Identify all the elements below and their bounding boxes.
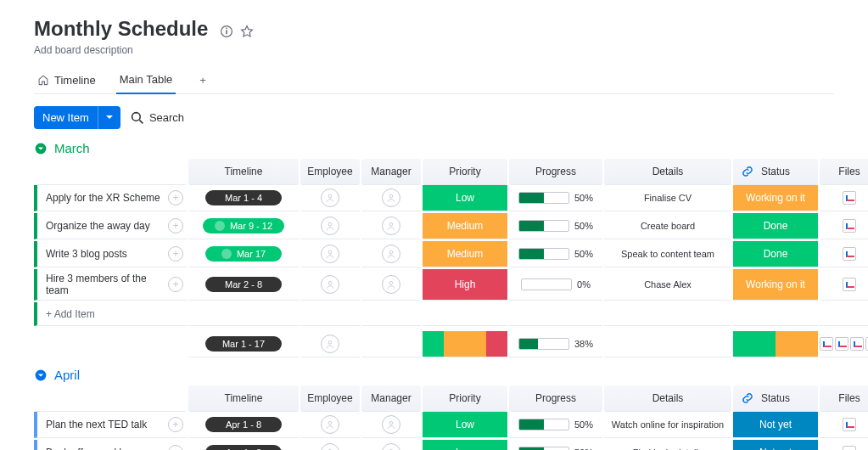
priority-cell[interactable]: Medium	[423, 241, 507, 267]
details-cell[interactable]: Watch online for inspiration	[604, 412, 731, 438]
search-button[interactable]: Search	[131, 111, 184, 125]
status-cell[interactable]: Working on it	[733, 185, 818, 211]
files-cell[interactable]	[820, 213, 868, 239]
group-title[interactable]: March	[54, 141, 90, 155]
item-name-cell[interactable]: Write 3 blog posts +	[34, 241, 187, 267]
progress-cell[interactable]: 50%	[509, 440, 602, 450]
file-icon[interactable]	[843, 247, 856, 261]
priority-cell[interactable]: High	[423, 269, 507, 301]
add-subitem-button[interactable]: +	[168, 218, 183, 233]
group-title[interactable]: April	[54, 368, 80, 382]
status-cell[interactable]: Done	[733, 213, 818, 239]
manager-cell[interactable]	[361, 241, 421, 267]
status-cell[interactable]: Done	[733, 241, 818, 267]
priority-cell[interactable]: Low	[423, 412, 507, 438]
file-icon[interactable]	[843, 418, 856, 431]
item-name-cell[interactable]: Hire 3 members of the team +	[34, 269, 187, 301]
item-name-cell[interactable]: Organize the away day +	[34, 213, 187, 239]
manager-avatar[interactable]	[382, 443, 400, 450]
employee-cell[interactable]	[300, 412, 360, 438]
employee-avatar[interactable]	[321, 188, 339, 207]
timeline-cell[interactable]: Apr 4 - 8	[188, 440, 299, 450]
progress-cell[interactable]: 50%	[509, 213, 602, 239]
collapse-icon[interactable]	[34, 368, 48, 382]
status-cell[interactable]: Not yet	[733, 440, 818, 450]
col-header-employee[interactable]: Employee	[300, 385, 360, 412]
tab-main-table[interactable]: Main Table	[116, 66, 176, 94]
progress-cell[interactable]: 50%	[509, 412, 602, 438]
employee-cell[interactable]	[300, 213, 360, 239]
manager-avatar[interactable]	[382, 188, 400, 207]
add-subitem-button[interactable]: +	[168, 246, 183, 262]
item-name-cell[interactable]: Plan the next TED talk +	[34, 412, 187, 438]
board-subtitle[interactable]: Add board description	[34, 44, 834, 56]
employee-avatar[interactable]	[321, 415, 339, 434]
file-icon[interactable]	[843, 278, 856, 291]
details-cell[interactable]: Create board	[604, 213, 731, 239]
collapse-icon[interactable]	[34, 142, 48, 155]
timeline-cell[interactable]: Apr 1 - 8	[188, 412, 299, 438]
progress-cell[interactable]: 0%	[509, 269, 602, 301]
col-header-status[interactable]: Status	[733, 159, 818, 185]
employee-avatar[interactable]	[321, 245, 339, 263]
col-header-progress[interactable]: Progress	[509, 385, 602, 412]
new-item-button[interactable]: New Item	[34, 106, 120, 129]
col-header-files[interactable]: Files	[820, 385, 868, 412]
item-name-cell[interactable]: Apply for the XR Scheme +	[34, 185, 187, 211]
file-icon[interactable]	[835, 337, 848, 351]
new-item-caret[interactable]	[98, 106, 120, 129]
col-header-employee[interactable]: Employee	[300, 159, 360, 185]
star-icon[interactable]	[240, 25, 254, 41]
priority-cell[interactable]: Low	[423, 440, 507, 450]
summary-avatar[interactable]	[321, 335, 339, 353]
manager-cell[interactable]	[361, 412, 421, 438]
col-header-priority[interactable]: Priority	[423, 159, 507, 185]
manager-avatar[interactable]	[382, 415, 400, 434]
col-header-manager[interactable]: Manager	[361, 159, 421, 185]
timeline-cell[interactable]: Mar 1 - 4	[188, 185, 299, 211]
manager-avatar[interactable]	[382, 217, 400, 235]
file-icon[interactable]	[850, 337, 864, 351]
col-header-status[interactable]: Status	[733, 385, 818, 412]
add-subitem-button[interactable]: +	[168, 190, 183, 205]
file-icon[interactable]	[843, 446, 856, 450]
add-item-row[interactable]: + Add Item	[34, 302, 187, 326]
timeline-cell[interactable]: Mar 9 - 12	[188, 213, 299, 239]
manager-cell[interactable]	[361, 269, 421, 301]
details-cell[interactable]: Finalise CV	[604, 185, 731, 211]
file-icon[interactable]	[820, 337, 833, 351]
manager-avatar[interactable]	[382, 275, 400, 294]
info-icon[interactable]	[220, 25, 233, 41]
add-subitem-button[interactable]: +	[168, 277, 183, 292]
files-cell[interactable]	[820, 241, 868, 267]
manager-cell[interactable]	[361, 213, 421, 239]
timeline-cell[interactable]: Mar 2 - 8	[188, 269, 299, 301]
status-cell[interactable]: Not yet	[733, 412, 818, 438]
employee-cell[interactable]	[300, 185, 360, 211]
col-header-timeline[interactable]: Timeline	[188, 159, 299, 185]
item-name-cell[interactable]: Book off annual leave +	[34, 440, 187, 450]
file-icon[interactable]	[843, 191, 856, 205]
manager-avatar[interactable]	[382, 245, 400, 263]
manager-cell[interactable]	[361, 440, 421, 450]
employee-avatar[interactable]	[321, 275, 339, 294]
progress-cell[interactable]: 50%	[509, 185, 602, 211]
details-cell[interactable]: Chase Alex	[604, 269, 731, 301]
files-cell[interactable]	[820, 440, 868, 450]
details-cell[interactable]: Find login details	[604, 440, 731, 450]
col-header-details[interactable]: Details	[604, 385, 731, 412]
file-icon[interactable]	[843, 219, 856, 233]
manager-cell[interactable]	[361, 185, 421, 211]
files-cell[interactable]	[820, 185, 868, 211]
col-header-progress[interactable]: Progress	[509, 159, 602, 185]
timeline-cell[interactable]: Mar 17	[188, 241, 299, 267]
col-header-files[interactable]: Files	[820, 159, 868, 185]
files-cell[interactable]	[820, 269, 868, 301]
employee-cell[interactable]	[300, 440, 360, 450]
col-header-details[interactable]: Details	[604, 159, 731, 185]
col-header-manager[interactable]: Manager	[361, 385, 421, 412]
progress-cell[interactable]: 50%	[509, 241, 602, 267]
files-cell[interactable]	[820, 412, 868, 438]
priority-cell[interactable]: Low	[423, 185, 507, 211]
col-header-priority[interactable]: Priority	[423, 385, 507, 412]
